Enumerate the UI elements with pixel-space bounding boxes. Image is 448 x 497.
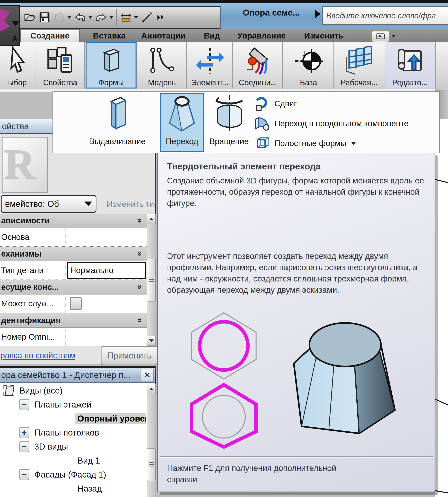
- title-expand-arrow-icon[interactable]: [315, 10, 320, 18]
- panel-connect[interactable]: Соедини...: [233, 42, 283, 88]
- chevron-down-icon: [84, 201, 92, 206]
- tree-item-3d-views[interactable]: 3D виды: [0, 440, 146, 454]
- close-icon[interactable]: ✕: [141, 369, 154, 381]
- scroll-up-icon[interactable]: [147, 384, 156, 394]
- ribbon-tab-row: Создание Вставка Аннотации Вид Управлени…: [0, 29, 448, 42]
- void-forms-menu-item[interactable]: Полостные формы: [253, 135, 356, 151]
- panel-properties[interactable]: Свойства: [36, 42, 85, 88]
- collapse-minus-icon[interactable]: [19, 469, 29, 480]
- properties-help-link[interactable]: равка по свойствам: [0, 351, 75, 360]
- project-browser-header[interactable]: ора семейство 1 - Диспетчер п... ✕: [0, 368, 155, 383]
- sync-model-icon[interactable]: [53, 11, 65, 23]
- save-icon[interactable]: [38, 11, 50, 23]
- panel-forms-active[interactable]: Формы: [86, 42, 137, 88]
- tree-item-views-root[interactable]: Виды (все): [0, 384, 146, 398]
- tab-annotacii[interactable]: Аннотации: [136, 29, 191, 42]
- panel-model[interactable]: Модель: [138, 42, 187, 88]
- property-value-tip-detali[interactable]: Нормально: [67, 262, 146, 279]
- panel-workplane[interactable]: Рабочая...: [335, 42, 384, 88]
- section-structural[interactable]: есущие конс... »: [0, 280, 147, 295]
- work-plane-grid-icon: [344, 46, 375, 77]
- sweep-icon: [253, 96, 270, 112]
- property-row-osnova: Основа: [0, 228, 147, 247]
- open-icon[interactable]: [24, 11, 36, 23]
- collapse-minus-icon[interactable]: [19, 399, 29, 410]
- help-search-input[interactable]: Введите ключевое слово/фра: [322, 6, 448, 25]
- tree-item-elevations[interactable]: Фасады (Фасад 1): [0, 468, 146, 482]
- tree-item-ceiling-plans[interactable]: Планы потолков: [0, 426, 146, 440]
- tooltip-title: Твердотельный элемент перехода: [167, 161, 426, 172]
- edit-type-button[interactable]: Изменить тип: [103, 195, 156, 213]
- panel-editor[interactable]: Редакто...: [385, 42, 436, 88]
- ribbon-state-toggle-button[interactable]: [372, 31, 389, 42]
- properties-icon: [46, 46, 75, 77]
- application-menu-button[interactable]: A: [0, 5, 20, 46]
- undo-icon[interactable]: [74, 11, 86, 23]
- tree-item-nazad[interactable]: Назад: [0, 482, 146, 496]
- scroll-down-icon[interactable]: [147, 336, 156, 346]
- swept-blend-icon: [253, 115, 270, 132]
- swept-blend-menu-item[interactable]: Переход в продольном компоненте: [253, 115, 409, 132]
- revolve-button[interactable]: Вращение: [205, 93, 253, 152]
- extrusion-button[interactable]: Выдавливание: [76, 93, 159, 152]
- revolve-icon: [210, 93, 248, 136]
- tab-upravlenie[interactable]: Управление: [233, 29, 290, 42]
- tab-izmenit[interactable]: Изменить: [299, 29, 348, 42]
- ribbon: ыбор Свойства Формы Модель Элемент...: [0, 42, 448, 90]
- browser-scrollbar[interactable]: [147, 384, 156, 497]
- collapse-chevron-icon[interactable]: »: [137, 218, 143, 223]
- properties-scrollbar[interactable]: [147, 214, 156, 346]
- scroll-up-icon[interactable]: [147, 214, 156, 224]
- panel-datum[interactable]: 1 База: [284, 42, 334, 88]
- toolbar-overflow-icon[interactable]: [156, 11, 165, 23]
- sync-dropdown-caret-icon[interactable]: [67, 16, 72, 19]
- section-dependencies[interactable]: ависимости »: [0, 214, 147, 228]
- tree-item-reference-level[interactable]: Опорный уровень: [0, 412, 146, 426]
- tab-vid[interactable]: Вид: [198, 29, 225, 42]
- ribbon-toggle-icon: [376, 33, 384, 39]
- apply-button[interactable]: Применить: [101, 346, 158, 365]
- collapse-chevron-icon[interactable]: »: [137, 285, 143, 289]
- collapse-chevron-icon[interactable]: »: [137, 318, 143, 323]
- measure-icon[interactable]: [120, 11, 132, 23]
- app-menu-caret-icon: [11, 21, 20, 26]
- revit-logo-icon: [0, 7, 10, 32]
- blend-button-active[interactable]: Переход: [160, 93, 204, 152]
- project-browser-tree: Виды (все) Планы этажей Опорный уровень …: [0, 384, 146, 497]
- undo-dropdown-caret-icon[interactable]: [88, 16, 93, 19]
- panel-select[interactable]: ыбор: [0, 42, 35, 88]
- tooltip-paragraph-1: Создание объемной 3D фигуры, форма котор…: [167, 175, 426, 209]
- expand-plus-icon[interactable]: [19, 427, 29, 438]
- tree-item-view1[interactable]: Вид 1: [0, 454, 146, 468]
- property-value-nomer-omni[interactable]: [66, 328, 147, 346]
- window-top-edge: [0, 0, 448, 3]
- align-dimension-icon[interactable]: [141, 11, 153, 23]
- sweep-menu-item[interactable]: Сдвиг: [253, 96, 297, 112]
- family-type-selector[interactable]: емейство: Об: [1, 195, 96, 213]
- connectors-icon: [242, 46, 273, 77]
- property-value-osnova[interactable]: [66, 228, 147, 246]
- tab-vstavka[interactable]: Вставка: [88, 29, 131, 42]
- collapse-minus-icon[interactable]: [19, 441, 29, 452]
- section-identification[interactable]: дентификация »: [0, 313, 147, 328]
- scrollbar-thumb[interactable]: [147, 448, 156, 481]
- redo-dropdown-caret-icon[interactable]: [109, 16, 113, 19]
- blend-icon: [165, 93, 199, 136]
- project-browser: ора семейство 1 - Диспетчер п... ✕ Виды …: [0, 366, 156, 497]
- tree-item-floor-plans[interactable]: Планы этажей: [0, 398, 146, 412]
- redo-icon[interactable]: [95, 11, 107, 23]
- tab-sozdanie[interactable]: Создание: [20, 29, 80, 42]
- ribbon-toggle-caret-icon[interactable]: [391, 35, 396, 37]
- blend-3d-illustration: [278, 317, 416, 439]
- panel-element[interactable]: Элемент...: [187, 42, 233, 88]
- property-row-nomer-omni: Номер Omni...: [0, 328, 147, 346]
- chevron-down-icon[interactable]: [351, 142, 356, 145]
- search-placeholder: Введите ключевое слово/фра: [326, 11, 436, 20]
- collapse-chevron-icon[interactable]: »: [137, 251, 143, 256]
- scrollbar-thumb[interactable]: [147, 259, 156, 301]
- checkbox[interactable]: [70, 297, 82, 310]
- properties-footer: равка по свойствам Применить: [0, 348, 155, 363]
- app-button-letter: A: [12, 34, 18, 43]
- section-mechanisms[interactable]: еханизмы »: [0, 247, 147, 261]
- measure-dropdown-caret-icon[interactable]: [134, 16, 138, 19]
